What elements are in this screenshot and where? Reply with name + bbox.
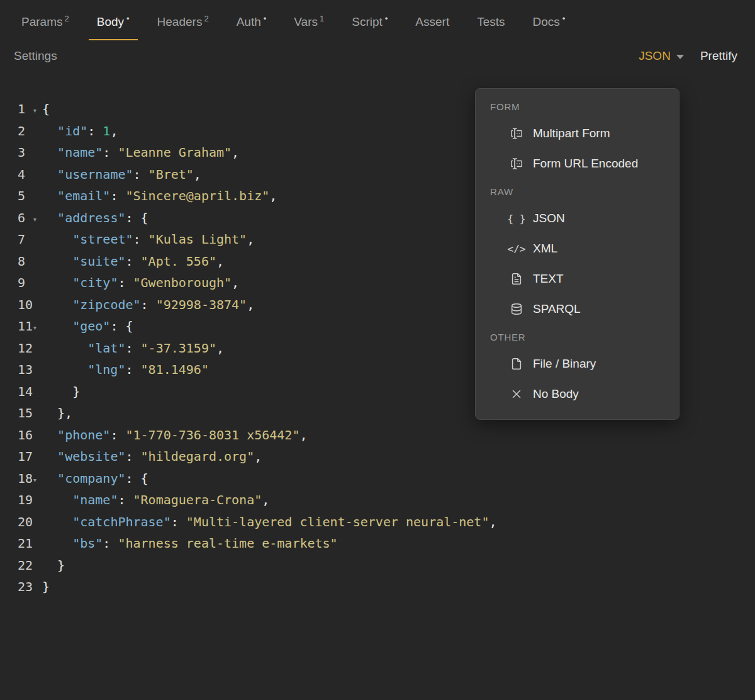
tab-label: Docs (533, 15, 560, 28)
body-mode-tools: JSON Prettify (639, 49, 737, 63)
tab-settings[interactable]: Settings (14, 49, 57, 63)
menu-item-sparql[interactable]: SPARQL (476, 294, 679, 324)
menu-item-json[interactable]: { }JSON (476, 203, 679, 234)
code-text: } (42, 576, 50, 598)
fold-arrow-icon[interactable]: ▾ (28, 100, 42, 122)
menu-item-label: SPARQL (533, 302, 581, 316)
code-line[interactable]: 17 "website": "hildegard.org", (0, 446, 755, 468)
code-text: "suite": "Apt. 556", (42, 251, 224, 273)
menu-item-no-body[interactable]: No Body (476, 379, 679, 409)
body-type-menu: FORMMultipart FormForm URL EncodedRAW{ }… (475, 88, 680, 420)
tab-label: Params (21, 15, 62, 28)
fold-arrow-icon[interactable]: ▾ (28, 209, 42, 231)
tab-auth[interactable]: Auth• (228, 10, 275, 40)
line-number: 7 (0, 229, 28, 251)
tab-script[interactable]: Script• (344, 10, 396, 40)
menu-section-header: OTHER (476, 324, 679, 349)
menu-section-header: FORM (476, 94, 679, 118)
line-number: 19 (0, 489, 28, 511)
line-number: 23 (0, 576, 28, 598)
menu-section-header: RAW (476, 179, 679, 203)
body-toolbar: Settings JSON Prettify (0, 40, 755, 63)
line-number: 21 (0, 533, 28, 555)
code-line[interactable]: 23} (0, 576, 755, 598)
tab-tests[interactable]: Tests (469, 11, 513, 40)
x-icon (509, 387, 524, 402)
code-text: "address": { (42, 207, 148, 229)
xml-tags-icon: </> (509, 241, 524, 256)
tab-modified-dot-icon: • (126, 14, 130, 23)
tab-label: Vars (294, 15, 318, 28)
tab-modified-dot-icon: • (264, 14, 267, 23)
menu-item-file-binary[interactable]: File / Binary (476, 349, 679, 379)
code-line[interactable]: 18▾ "company": { (0, 468, 755, 490)
tab-headers[interactable]: Headers2 (149, 10, 217, 40)
menu-item-label: XML (533, 242, 557, 256)
code-text: "bs": "harness real-time e-markets" (42, 533, 338, 555)
code-text: } (42, 381, 80, 403)
code-text: "website": "hildegard.org", (42, 446, 262, 468)
line-number: 20 (0, 511, 28, 533)
menu-item-form-url-encoded[interactable]: Form URL Encoded (476, 149, 679, 179)
code-line[interactable]: 19 "name": "Romaguera-Crona", (0, 489, 755, 511)
line-number: 9 (0, 272, 28, 294)
tab-count-badge: 1 (320, 14, 324, 23)
tab-params[interactable]: Params2 (13, 10, 77, 40)
menu-item-label: Form URL Encoded (533, 157, 638, 171)
menu-item-text[interactable]: TEXT (476, 264, 679, 294)
line-number: 3 (0, 142, 28, 164)
code-line[interactable]: 22 } (0, 555, 755, 577)
line-number: 2 (0, 120, 28, 142)
code-text: "lng": "81.1496" (42, 359, 209, 381)
code-text: { (42, 98, 50, 120)
code-text: "phone": "1-770-736-8031 x56442", (42, 424, 307, 446)
code-text: }, (42, 402, 72, 424)
code-text: "zipcode": "92998-3874", (42, 294, 254, 316)
code-line[interactable]: 16 "phone": "1-770-736-8031 x56442", (0, 424, 755, 446)
line-number: 4 (0, 164, 28, 186)
menu-item-label: File / Binary (533, 357, 596, 371)
line-number: 16 (0, 424, 28, 446)
chevron-down-icon (676, 55, 684, 59)
tab-vars[interactable]: Vars1 (286, 10, 332, 40)
menu-item-multipart-form[interactable]: Multipart Form (476, 118, 679, 149)
code-line[interactable]: 20 "catchPhrase": "Multi-layered client-… (0, 511, 755, 533)
line-number: 5 (0, 185, 28, 207)
line-number: 8 (0, 251, 28, 273)
file-icon (509, 356, 524, 371)
tab-label: Auth (237, 15, 261, 28)
form-url-encoded-icon (509, 156, 524, 171)
request-tab-bar: Params2Body•Headers2Auth•Vars1Script•Ass… (0, 0, 755, 40)
line-number: 1 (0, 98, 28, 120)
menu-item-label: Multipart Form (533, 127, 610, 140)
tab-assert[interactable]: Assert (407, 11, 457, 40)
tab-modified-dot-icon: • (385, 14, 388, 23)
json-braces-icon: { } (509, 211, 524, 226)
menu-item-xml[interactable]: </>XML (476, 234, 679, 264)
menu-item-label: TEXT (533, 272, 564, 286)
tab-count-badge: 2 (204, 14, 208, 23)
menu-item-label: JSON (533, 212, 565, 225)
code-text: "city": "Gwenborough", (42, 272, 239, 294)
line-number: 6 (0, 207, 28, 229)
code-text: "name": "Leanne Graham", (42, 142, 239, 164)
prettify-button[interactable]: Prettify (700, 49, 737, 63)
code-text: "id": 1, (42, 120, 118, 142)
database-icon (509, 302, 524, 317)
body-mode-select[interactable]: JSON (639, 49, 684, 63)
fold-arrow-icon[interactable]: ▾ (28, 317, 42, 339)
code-text: "name": "Romaguera-Crona", (42, 489, 269, 511)
code-text: "catchPhrase": "Multi-layered client-ser… (42, 511, 497, 533)
code-text: "lat": "-37.3159", (42, 337, 224, 359)
tab-label: Tests (477, 15, 505, 28)
line-number: 12 (0, 337, 28, 359)
tab-body[interactable]: Body• (89, 10, 138, 40)
tab-label: Assert (415, 15, 449, 28)
multipart-form-icon (509, 126, 524, 141)
tab-count-badge: 2 (64, 14, 69, 23)
code-text: "email": "Sincere@april.biz", (42, 185, 277, 207)
code-line[interactable]: 21 "bs": "harness real-time e-markets" (0, 533, 755, 555)
tab-docs[interactable]: Docs• (525, 10, 574, 40)
fold-arrow-icon[interactable]: ▾ (28, 470, 42, 492)
code-text: "company": { (42, 468, 148, 490)
